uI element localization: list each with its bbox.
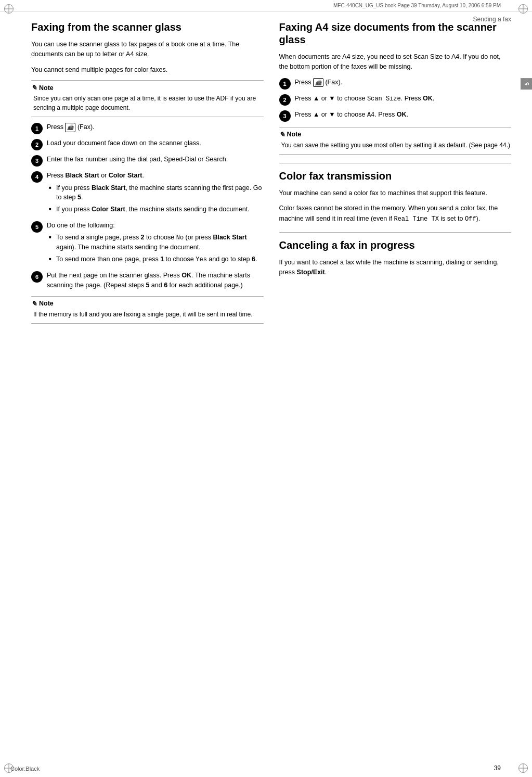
step4-sublist: If you press Black Start, the machine st… xyxy=(47,183,264,214)
step-content-5: Do one of the following: To send a singl… xyxy=(47,221,264,266)
step-5: 5 Do one of the following: To send a sin… xyxy=(31,221,264,266)
step-num-3: 3 xyxy=(31,155,43,167)
step-content-2: Load your document face down on the scan… xyxy=(47,138,264,148)
step-2: 2 Load your document face down on the sc… xyxy=(31,138,264,150)
divider-2 xyxy=(279,232,512,233)
left-intro-p1: You can use the scanner glass to fax pag… xyxy=(31,40,264,60)
step4-sub2: If you press Color Start, the machine st… xyxy=(49,205,264,214)
header-file-text: MFC-440CN_UG_US.book Page 39 Thursday, A… xyxy=(333,3,501,8)
step-content-3: Enter the fax number using the dial pad,… xyxy=(47,155,264,164)
step-6: 6 Put the next page on the scanner glass… xyxy=(31,271,264,291)
step-num-5: 5 xyxy=(31,221,43,233)
note-title-3: ✎ Note xyxy=(279,131,512,138)
fax-icon-a4-step1: 📠 xyxy=(313,78,323,87)
step-num-4: 4 xyxy=(31,171,43,183)
step-num-2: 2 xyxy=(31,139,43,150)
step-4: 4 Press Black Start or Color Start. If y… xyxy=(31,171,264,216)
a4-step-num-1: 1 xyxy=(279,78,291,90)
note-title-2: ✎ Note xyxy=(31,300,264,308)
step-num-6: 6 xyxy=(31,271,43,283)
reg-mark-br xyxy=(518,763,528,773)
step5-sublist: To send a single page, press 2 to choose… xyxy=(47,233,264,264)
note-text-1: Since you can only scan one page at a ti… xyxy=(31,94,264,112)
note-text-3: You can save the setting you use most of… xyxy=(279,141,512,150)
note-text-2: If the memory is full and you are faxing… xyxy=(31,310,264,319)
left-section-title: Faxing from the scanner glass xyxy=(31,21,264,33)
right-section-title3: Canceling a fax in progress xyxy=(279,239,512,251)
right-intro3: If you want to cancel a fax while the ma… xyxy=(279,258,512,278)
step5-sub1: To send a single page, press 2 to choose… xyxy=(49,233,264,252)
color-info: Color:Black xyxy=(10,766,40,772)
a4-step-1: 1 Press 📠 (Fax). xyxy=(279,78,512,90)
note-title-1: ✎ Note xyxy=(31,84,264,92)
a4-step-content-2: Press ▲ or ▼ to choose Scan Size. Press … xyxy=(295,94,512,104)
step-num-1: 1 xyxy=(31,123,43,134)
note-icon-3: ✎ xyxy=(279,131,285,138)
a4-step-num-3: 3 xyxy=(279,110,291,122)
chapter-tab: 5 xyxy=(521,78,532,90)
file-header: MFC-440CN_UG_US.book Page 39 Thursday, A… xyxy=(0,0,532,11)
page-number: 39 xyxy=(494,765,501,772)
a4-step-num-2: 2 xyxy=(279,94,291,106)
right-intro2-p1: Your machine can send a color fax to mac… xyxy=(279,188,512,198)
left-column: Faxing from the scanner glass You can us… xyxy=(31,21,264,329)
note-icon-2: ✎ xyxy=(31,300,37,308)
right-intro1: When documents are A4 size, you need to … xyxy=(279,52,512,72)
step5-sub2: To send more than one page, press 1 to c… xyxy=(49,254,264,264)
fax-icon-step1: 📠 xyxy=(65,123,75,132)
a4-step-content-1: Press 📠 (Fax). xyxy=(295,78,512,87)
note-box-3: ✎ Note You can save the setting you use … xyxy=(279,127,512,155)
note-box-1: ✎ Note Since you can only scan one page … xyxy=(31,80,264,117)
step4-sub1: If you press Black Start, the machine st… xyxy=(49,183,264,203)
right-intro2-p2: Color faxes cannot be stored in the memo… xyxy=(279,203,512,224)
right-section-title1: Faxing A4 size documents from the scanne… xyxy=(279,21,512,46)
page-footer: 39 xyxy=(494,765,501,772)
left-intro-p2: You cannot send multiple pages for color… xyxy=(31,65,264,75)
right-column: Faxing A4 size documents from the scanne… xyxy=(279,21,512,329)
step-content-4: Press Black Start or Color Start. If you… xyxy=(47,171,264,216)
step-1: 1 Press 📠 (Fax). xyxy=(31,122,264,134)
a4-step-content-3: Press ▲ or ▼ to choose A4. Press OK. xyxy=(295,110,512,120)
step-content-1: Press 📠 (Fax). xyxy=(47,122,264,132)
main-content: Faxing from the scanner glass You can us… xyxy=(31,16,511,761)
note-icon-1: ✎ xyxy=(31,84,37,92)
divider-1 xyxy=(279,163,512,163)
step-3: 3 Enter the fax number using the dial pa… xyxy=(31,155,264,167)
step-content-6: Put the next page on the scanner glass. … xyxy=(47,271,264,291)
note-box-2: ✎ Note If the memory is full and you are… xyxy=(31,296,264,324)
right-section-title2: Color fax transmission xyxy=(279,170,512,182)
a4-step-3: 3 Press ▲ or ▼ to choose A4. Press OK. xyxy=(279,110,512,122)
a4-step-2: 2 Press ▲ or ▼ to choose Scan Size. Pres… xyxy=(279,94,512,106)
columns-layout: Faxing from the scanner glass You can us… xyxy=(31,21,511,329)
